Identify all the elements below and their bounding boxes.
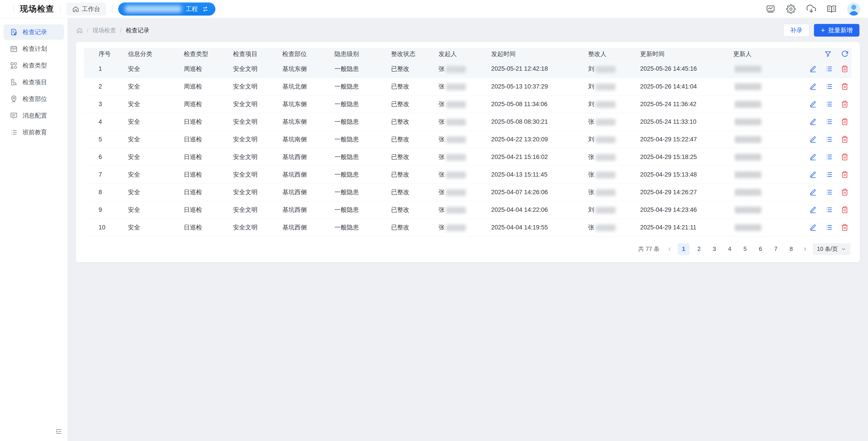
next-page-button[interactable]	[801, 246, 809, 252]
table-row[interactable]: 2 安全 周巡检 安全文明 基坑北侧 一般隐患 已整改 张 2025-05-13…	[84, 78, 852, 95]
workbench-button[interactable]: 工作台	[66, 3, 106, 15]
cell-updater	[733, 131, 810, 148]
redacted-name	[735, 171, 761, 178]
prev-page-button[interactable]	[665, 246, 674, 252]
detail-button[interactable]	[825, 224, 833, 231]
detail-button[interactable]	[825, 135, 833, 143]
page-button-8[interactable]: 8	[785, 243, 797, 255]
delete-button[interactable]	[841, 224, 848, 231]
redacted-name	[735, 154, 761, 161]
project-switcher[interactable]: 工程	[118, 2, 215, 15]
cell-updated-at: 2025-04-29 14:26:27	[640, 183, 733, 201]
table-row[interactable]: 4 安全 日巡检 安全文明 基坑东侧 一般隐患 已整改 张 2025-05-08…	[84, 113, 852, 131]
sidebar-item-inspection-records[interactable]: 检查记录	[4, 24, 64, 40]
delete-button[interactable]	[841, 65, 848, 73]
edit-button[interactable]	[810, 153, 817, 161]
download-center-button[interactable]	[807, 4, 816, 14]
breadcrumb-home-icon[interactable]	[76, 27, 83, 33]
table-row[interactable]: 10 安全 日巡检 安全文明 基坑西侧 一般隐患 已整改 张 2025-04-0…	[84, 218, 852, 236]
delete-button[interactable]	[841, 82, 848, 90]
initiator-name: 张	[438, 189, 445, 196]
delete-button[interactable]	[841, 100, 848, 108]
cell-initiated-at: 2025-05-08 11:34:06	[491, 95, 588, 113]
detail-list-icon	[825, 135, 833, 143]
detail-button[interactable]	[825, 82, 833, 90]
table-row[interactable]: 7 安全 日巡检 安全文明 基坑西侧 一般隐患 已整改 张 2025-04-13…	[84, 166, 852, 183]
table-row[interactable]: 1 安全 周巡检 安全文明 基坑东侧 一般隐患 已整改 张 2025-05-21…	[84, 60, 852, 78]
sidebar-item-inspection-locations[interactable]: 检查部位	[4, 91, 64, 107]
row-actions	[810, 188, 852, 196]
page-button-7[interactable]: 7	[770, 243, 782, 255]
sidebar-item-inspection-items[interactable]: 检查项目	[4, 74, 64, 90]
delete-button[interactable]	[841, 188, 848, 196]
edit-button[interactable]	[810, 118, 817, 126]
sidebar-item-message-config[interactable]: 消息配置	[4, 108, 64, 123]
sidebar-item-preshift-education[interactable]: 班前教育	[4, 125, 64, 140]
batch-add-button[interactable]: + 批量新增	[814, 24, 860, 37]
page-button-2[interactable]: 2	[693, 243, 705, 255]
sidebar-collapse-button[interactable]	[55, 428, 63, 436]
page-button-6[interactable]: 6	[754, 243, 766, 255]
edit-button[interactable]	[810, 188, 817, 196]
column-header: 检查部位	[282, 48, 335, 60]
pre-shift-education-icon	[10, 129, 18, 136]
settings-button[interactable]	[786, 4, 796, 14]
edit-button[interactable]	[810, 100, 817, 108]
chevron-right-icon	[802, 246, 808, 252]
detail-button[interactable]	[825, 171, 833, 178]
detail-button[interactable]	[825, 100, 833, 108]
edit-pencil-icon	[810, 206, 817, 214]
page-button-3[interactable]: 3	[708, 243, 720, 255]
edit-button[interactable]	[810, 171, 817, 178]
sidebar-item-inspection-types[interactable]: 检查类型	[4, 58, 64, 73]
cell-status: 已整改	[391, 78, 438, 95]
detail-button[interactable]	[825, 188, 833, 196]
row-actions	[810, 171, 852, 178]
page-header: / 现场检查 / 检查记录 补录 + 批量新增	[76, 18, 860, 42]
page-button-5[interactable]: 5	[739, 243, 751, 255]
divider	[60, 5, 61, 13]
detail-button[interactable]	[825, 118, 833, 126]
edit-button[interactable]	[810, 224, 817, 231]
edit-button[interactable]	[810, 206, 817, 214]
supplement-record-button[interactable]: 补录	[783, 24, 809, 37]
table-row[interactable]: 5 安全 日巡检 安全文明 基坑南侧 一般隐患 已整改 张 2025-04-22…	[84, 131, 852, 148]
sidebar: 检查记录 检查计划 检查类型 检查项目 检查部位 消息配置 班前教育	[0, 18, 68, 441]
edit-button[interactable]	[810, 65, 817, 73]
monitor-button[interactable]	[766, 4, 775, 14]
table-row[interactable]: 9 安全 日巡检 安全文明 基坑西侧 一般隐患 已整改 张 2025-04-04…	[84, 201, 852, 218]
rectifier-name: 刘	[588, 83, 594, 90]
refresh-button[interactable]	[841, 50, 848, 58]
delete-button[interactable]	[841, 171, 848, 178]
user-avatar[interactable]	[847, 2, 860, 15]
edit-button[interactable]	[810, 82, 817, 90]
delete-button[interactable]	[841, 153, 848, 161]
filter-button[interactable]	[824, 50, 832, 58]
table-row[interactable]: 3 安全 周巡检 安全文明 基坑东侧 一般隐患 已整改 张 2025-05-08…	[84, 95, 852, 113]
sidebar-item-label: 检查部位	[23, 95, 47, 103]
page-button-4[interactable]: 4	[724, 243, 736, 255]
edit-button[interactable]	[810, 135, 817, 143]
page-button-1[interactable]: 1	[678, 243, 689, 255]
breadcrumb-root[interactable]: 现场检查	[92, 26, 116, 34]
table-row[interactable]: 6 安全 日巡检 安全文明 基坑西侧 一般隐患 已整改 张 2025-04-21…	[84, 148, 852, 166]
table-row[interactable]: 8 安全 日巡检 安全文明 基坑西侧 一般隐患 已整改 张 2025-04-07…	[84, 183, 852, 201]
cell-type: 日巡检	[184, 183, 233, 201]
handbook-icon	[827, 4, 836, 14]
cell-status: 已整改	[391, 60, 438, 78]
cell-updated-at: 2025-05-24 11:33:10	[640, 113, 733, 131]
column-header: 整改人	[588, 48, 640, 60]
detail-button[interactable]	[825, 153, 833, 161]
delete-button[interactable]	[841, 118, 848, 126]
redacted-name	[446, 83, 466, 90]
delete-button[interactable]	[841, 206, 848, 214]
handbook-button[interactable]	[827, 4, 836, 14]
delete-button[interactable]	[841, 135, 848, 143]
sidebar-item-inspection-plans[interactable]: 检查计划	[4, 41, 64, 57]
detail-button[interactable]	[825, 65, 833, 73]
page-size-select[interactable]: 10 条/页	[813, 243, 850, 255]
detail-button[interactable]	[825, 206, 833, 214]
breadcrumb: / 现场检查 / 检查记录	[76, 26, 149, 34]
sidebar-item-label: 班前教育	[23, 128, 47, 136]
topbar-right	[755, 2, 860, 15]
